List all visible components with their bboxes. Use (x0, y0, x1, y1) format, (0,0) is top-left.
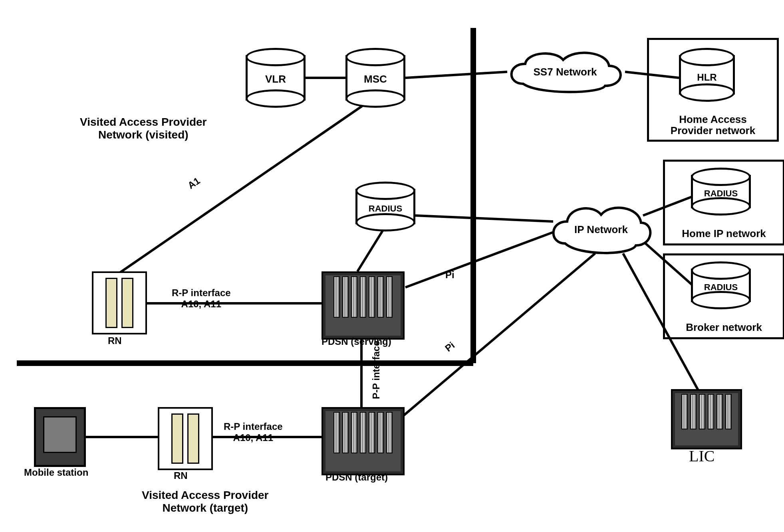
svg-line-9 (415, 216, 553, 222)
lic-label: LIC (689, 447, 715, 465)
pdsn-serving (322, 271, 405, 340)
rn-serving (92, 271, 147, 334)
radius-home-label: RADIUS (691, 188, 751, 199)
radius-broker-label: RADIUS (691, 282, 751, 293)
vlr-db: VLR (246, 48, 306, 108)
hlr-db: HLR (679, 48, 735, 102)
ss7-label: SS7 Network (503, 66, 627, 78)
rn-target (158, 407, 213, 470)
broker-caption: Broker network (665, 322, 783, 333)
visited-provider-visited-label: Visited Access Provider Network (visited… (80, 116, 207, 141)
pdsn-target (322, 407, 405, 475)
mobile-label: Mobile station (24, 467, 88, 478)
ip-cloud: IP Network (547, 200, 655, 259)
rn-target-label: RN (174, 470, 188, 481)
ss7-cloud: SS7 Network (503, 48, 627, 96)
visited-provider-target-label: Visited Access Provider Network (target) (142, 489, 269, 514)
home-access-caption: Home Access Provider network (649, 114, 777, 136)
hlr-label: HLR (679, 71, 735, 83)
home-ip-caption: Home IP network (665, 228, 783, 239)
rp1-label: R-P interface A10, A11 (172, 287, 231, 309)
pi2-label: Pi (443, 340, 457, 354)
vlr-label: VLR (246, 73, 306, 85)
radius-home-db: RADIUS (691, 168, 751, 216)
msc-db: MSC (345, 48, 405, 108)
svg-line-3 (405, 72, 507, 78)
pp-label: P-P interface (371, 341, 382, 399)
radius-visited-label: RADIUS (355, 204, 415, 214)
radius-visited-db: RADIUS (355, 182, 415, 231)
pdsn-target-label: PDSN (target) (326, 472, 388, 483)
ip-label: IP Network (547, 223, 655, 236)
a1-label: A1 (186, 175, 202, 191)
lic-device (671, 389, 742, 449)
radius-broker-db: RADIUS (691, 261, 751, 309)
svg-line-7 (357, 229, 383, 271)
rp2-label: R-P interface A10, A11 (224, 421, 283, 443)
diagram-canvas: VLR MSC SS7 Network Home Access Provider… (0, 0, 784, 532)
rn-serving-label: RN (108, 335, 122, 346)
svg-line-14 (399, 253, 595, 419)
svg-line-8 (405, 231, 555, 287)
pi1-label: Pi (445, 269, 455, 281)
mobile-station (34, 407, 86, 467)
msc-label: MSC (345, 73, 405, 85)
